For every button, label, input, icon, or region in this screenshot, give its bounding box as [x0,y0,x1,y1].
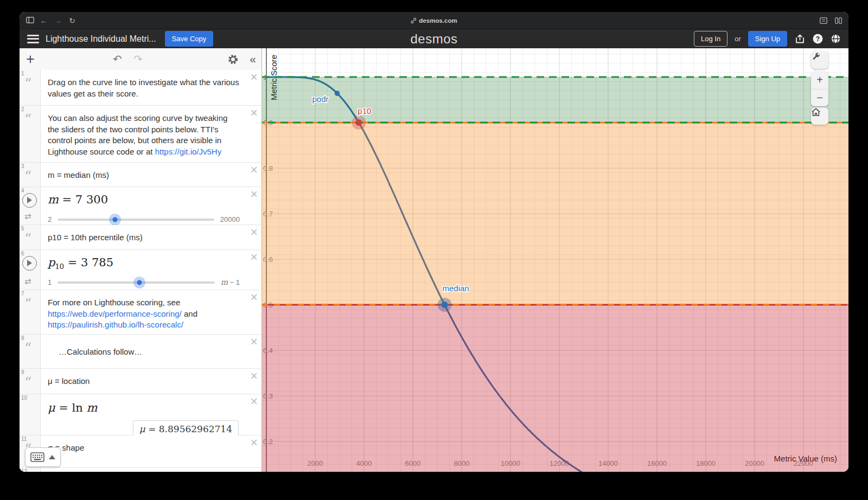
delete-expression-button[interactable]: × [251,370,258,382]
new-tab-icon[interactable] [835,17,842,24]
median-point[interactable] [442,302,448,308]
expression-body[interactable]: …Calculations follow… [41,335,261,368]
language-globe-icon[interactable] [830,34,841,44]
expression-gutter[interactable]: 3“ [20,163,41,187]
expression-body[interactable]: You can also adjust the scoring curve by… [41,106,261,162]
graph-paper[interactable]: 2000400060008000100001200014000160001800… [262,48,848,472]
graph-title[interactable]: Lighthouse Individual Metri... [46,34,156,44]
expression-body[interactable]: μ = ln mμ = 8.89562962714 [41,394,261,435]
slider-expression[interactable]: p10 = 3 785 [48,255,240,272]
share-icon[interactable] [794,34,805,44]
slider-handle[interactable] [109,214,121,226]
slider-handle[interactable] [133,277,145,289]
slider[interactable]: 220000 [48,214,240,225]
note-text: p10 = 10th percentile (ms) [48,233,143,242]
add-expression-button[interactable]: + [26,48,35,70]
slider-expression[interactable]: m = 7 300 [48,192,240,209]
expression-body[interactable]: p10 = 3 7851m − 1 [41,250,261,290]
expression-list: 1“Drag on the curve line to investigate … [20,70,261,472]
expression-body[interactable]: m = median (ms) [41,163,261,187]
keyboard-toggle-button[interactable] [25,447,61,467]
note-link[interactable]: https://web.dev/performance-scoring/ [48,309,182,318]
main-menu-button[interactable] [27,35,39,43]
sidebar-toggle-icon[interactable] [23,16,37,25]
default-viewport-home-button[interactable] [811,107,828,125]
expression-gutter[interactable]: 12 [20,468,41,472]
expression-gutter[interactable]: 5“ [20,225,41,249]
math-expression[interactable]: μ = ln m [48,400,240,416]
delete-expression-button[interactable]: × [251,226,258,239]
delete-expression-button[interactable]: × [251,251,258,264]
quote-note-icon: “ [24,168,31,184]
play-slider-button[interactable] [22,256,37,271]
expression-gutter[interactable]: 6⇄ [20,250,41,290]
expression-number: 6 [21,251,24,257]
graph-canvas[interactable]: 2000400060008000100001200014000160001800… [262,48,848,472]
delete-expression-button[interactable]: × [251,395,258,408]
expression-gutter[interactable]: 4⇄ [20,187,41,225]
slider[interactable]: 1m − 1 [48,277,240,288]
delete-expression-button[interactable]: × [251,164,258,176]
expression-gutter[interactable]: 9“ [20,369,41,394]
expression-body[interactable]: p10 = 10th percentile (ms) [41,225,261,249]
or-label: or [735,35,741,43]
quote-note-icon: “ [24,296,31,312]
forward-button[interactable]: → [51,16,65,25]
slider-settings-icon[interactable]: ⇄ [24,277,31,286]
link-icon [411,18,416,23]
slider-max-label: m − 1 [221,277,240,287]
note-link[interactable]: https://git.io/Jv5Hy [155,147,222,156]
signup-button[interactable]: Sign Up [748,31,787,47]
delete-expression-button[interactable]: × [251,291,258,304]
expression-body[interactable]: σ = shape [41,435,261,467]
expression-body[interactable]: m = 7 300220000 [41,187,261,225]
zoom-out-button[interactable]: − [811,89,828,107]
expression-gutter[interactable]: 2“ [20,106,41,162]
expression-gutter[interactable]: 8“ [20,335,41,368]
expression-body[interactable] [41,468,261,472]
slider-track[interactable] [58,219,214,221]
collapse-panel-button[interactable]: « [250,48,256,70]
save-copy-button[interactable]: Save Copy [165,31,214,47]
delete-expression-button[interactable]: × [251,469,258,472]
expression-body[interactable]: Drag on the curve line to investigate wh… [41,70,261,105]
delete-expression-button[interactable]: × [251,188,258,201]
reload-button[interactable]: ↻ [65,16,79,25]
address-bar[interactable]: desmos.com [411,17,457,24]
expression-row-2: 2“You can also adjust the scoring curve … [20,106,261,163]
p10-point[interactable] [355,119,362,126]
help-icon[interactable]: ? [812,34,823,44]
delete-expression-button[interactable]: × [251,437,258,449]
login-button[interactable]: Log In [694,31,727,47]
slider-settings-icon[interactable]: ⇄ [24,211,31,221]
expression-row-3: 3“m = median (ms)× [20,163,261,187]
graph-settings-gear-icon[interactable] [227,48,239,70]
desmos-logo[interactable]: desmos [410,31,457,47]
back-button[interactable]: ← [37,16,51,25]
delete-expression-button[interactable]: × [251,107,258,119]
slider-track[interactable] [58,281,214,284]
expression-gutter[interactable]: 10 [20,394,41,435]
expression-number: 2 [21,106,24,112]
expression-body[interactable]: μ = location [41,369,261,394]
delete-expression-button[interactable]: × [251,71,258,84]
note-link[interactable]: https://paulirish.github.io/lh-scorecalc… [48,320,183,329]
graph-settings-wrench-button[interactable] [811,52,828,69]
zoom-in-button[interactable]: + [811,72,828,89]
expression-body[interactable]: For more on Lighthouse scoring, see http… [41,290,261,334]
band-good [262,77,848,123]
tab-overview-icon[interactable] [820,17,827,24]
expression-row-9: 9“μ = location× [20,369,261,394]
expression-row-8: 8“…Calculations follow…× [20,335,261,369]
podr-point[interactable] [335,91,340,96]
quote-note-icon: “ [24,374,31,390]
expression-gutter[interactable]: 7“ [20,290,41,334]
account-controls: Log In or Sign Up ? [694,31,848,47]
expression-number: 4 [21,188,24,194]
play-slider-button[interactable] [22,193,37,208]
expression-gutter[interactable]: 1“ [20,70,41,105]
redo-button[interactable]: ↷ [133,48,143,70]
delete-expression-button[interactable]: × [251,336,258,348]
undo-button[interactable]: ↶ [113,48,122,70]
expression-row-6: 6⇄p10 = 3 7851m − 1× [20,250,261,290]
